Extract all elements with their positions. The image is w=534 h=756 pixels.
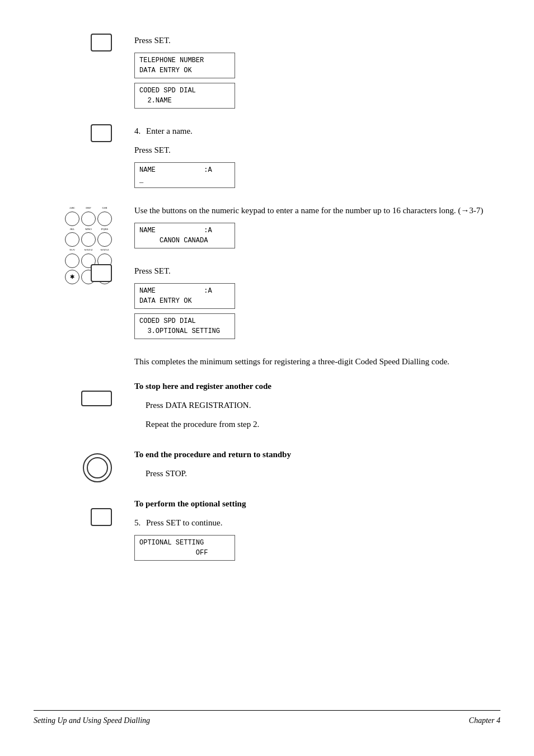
page: Press SET. TELEPHONE NUMBERDATA ENTRY OK… [0, 0, 534, 756]
instruction-enter-name: Enter a name. [146, 126, 193, 135]
content-keypad-hint: Use the buttons on the numeric keypad to… [134, 204, 483, 253]
instruction-repeat: Repeat the procedure from step 2. [146, 417, 271, 431]
content-stop-here: To stop here and register another code P… [134, 379, 271, 436]
key-label-wxyz: WXYZ [81, 248, 96, 252]
key-label-def: DEF [81, 206, 96, 210]
keypad-label-row-2: JKL MNO PQRS [65, 228, 112, 231]
bold-end-procedure: To end the procedure and return to stand… [134, 448, 291, 461]
instruction-data-reg: Press DATA REGISTRATION. [146, 398, 271, 412]
lcd-name-data-entry: NAME :ADATA ENTRY OK [134, 283, 235, 309]
end-procedure-bold-label: To end the procedure and return to stand… [134, 450, 291, 459]
data-reg-button-icon [81, 391, 112, 406]
icon-col-3 [45, 264, 112, 282]
section-optional-setting: To perform the optional setting 5. Press… [134, 497, 500, 565]
section-completes: This completes the minimum settings for … [134, 355, 500, 368]
keypad-label-row-1: ABC DEF GHI [65, 206, 112, 210]
section-press-set-2: Press SET. NAME :ADATA ENTRY OK CODED SP… [134, 264, 500, 344]
key-4 [97, 212, 112, 226]
icon-col-1 [45, 34, 112, 51]
row-press-set-1: Press SET. TELEPHONE NUMBERDATA ENTRY OK… [134, 34, 500, 113]
icon-col-6 [45, 508, 112, 526]
stop-inner-ring [87, 457, 108, 478]
key-7 [97, 232, 112, 247]
content-enter-name: 4. Enter a name. Press SET. NAME :A_ [134, 124, 235, 192]
keypad-key-row-2 [65, 232, 112, 247]
row-end-procedure: To end the procedure and return to stand… [134, 448, 500, 486]
row-keypad-hint: ABC DEF GHI JKL MNO [134, 204, 500, 253]
section-keypad-hint: ABC DEF GHI JKL MNO [134, 204, 500, 253]
step-optional: 5. Press SET to continue. [134, 516, 246, 529]
step-enter-name: 4. Enter a name. [134, 124, 235, 138]
key-label-tuv: TUV [65, 248, 79, 252]
row-stop-here: To stop here and register another code P… [134, 379, 500, 436]
key-3 [81, 212, 96, 226]
keypad-label-row-3: TUV WXYZ WXYZ [65, 248, 112, 252]
step-number-4: 4. [134, 126, 140, 135]
set-button-icon-1 [91, 34, 112, 51]
stop-button-icon [83, 453, 112, 482]
keypad-key-row-1 [65, 212, 112, 226]
bold-stop-here: To stop here and register another code [134, 379, 271, 393]
page-footer: Setting Up and Using Speed Dialling Chap… [34, 710, 500, 725]
key-label-ghi: GHI [97, 206, 112, 210]
set-button-icon-2 [91, 124, 112, 142]
instruction-completes: This completes the minimum settings for … [134, 355, 500, 368]
lcd-optional-setting: OPTIONAL SETTING OFF [134, 535, 235, 561]
content-optional-setting: To perform the optional setting 5. Press… [134, 497, 246, 565]
row-optional-setting: To perform the optional setting 5. Press… [134, 497, 500, 565]
set-button-icon-4 [91, 508, 112, 526]
section-press-set-1: Press SET. TELEPHONE NUMBERDATA ENTRY OK… [134, 34, 500, 113]
section-enter-name: 4. Enter a name. Press SET. NAME :A_ [134, 124, 500, 192]
key-label-abc: ABC [65, 206, 79, 210]
icon-col-5 [45, 453, 112, 482]
content-end-procedure: To end the procedure and return to stand… [134, 448, 291, 486]
instruction-press-set-2: Press SET. [134, 264, 235, 278]
row-press-set-2: Press SET. NAME :ADATA ENTRY OK CODED SP… [134, 264, 500, 344]
content-press-set-1: Press SET. TELEPHONE NUMBERDATA ENTRY OK… [134, 34, 235, 113]
key-6 [81, 232, 96, 247]
key-label-mno: MNO [81, 228, 96, 231]
step-number-5: 5. [134, 518, 140, 527]
section-end-procedure: To end the procedure and return to stand… [134, 448, 500, 486]
section-stop-here: To stop here and register another code P… [134, 379, 500, 436]
optional-bold-label: To perform the optional setting [134, 499, 246, 508]
set-button-icon-3 [91, 264, 112, 282]
key-5 [65, 232, 79, 247]
press-set-after-name: Press SET. [134, 143, 235, 157]
key-label-pqrs: PQRS [97, 228, 112, 231]
key-2 [65, 212, 79, 226]
bold-optional: To perform the optional setting [134, 497, 246, 510]
lcd-display-telephone: TELEPHONE NUMBERDATA ENTRY OK [134, 53, 235, 78]
footer-left-text: Setting Up and Using Speed Dialling [34, 716, 150, 725]
row-enter-name: 4. Enter a name. Press SET. NAME :A_ [134, 124, 500, 192]
lcd-name-empty: NAME :A_ [134, 162, 235, 188]
icon-col-2 [45, 124, 112, 142]
instruction-optional: Press SET to continue. [146, 518, 222, 527]
key-label-wxyz2: WXYZ [97, 248, 112, 252]
content-press-set-2: Press SET. NAME :ADATA ENTRY OK CODED SP… [134, 264, 235, 344]
stop-here-bold-label: To stop here and register another code [134, 382, 271, 391]
instruction-press-set-1: Press SET. [134, 34, 235, 47]
instruction-keypad: Use the buttons on the numeric keypad to… [134, 204, 483, 217]
key-label-jkl: JKL [65, 228, 79, 231]
instruction-press-stop: Press STOP. [146, 467, 291, 480]
icon-col-4 [45, 391, 112, 406]
lcd-name-canon: NAME :A CANON CANADA [134, 223, 235, 248]
content-area: Press SET. TELEPHONE NUMBERDATA ENTRY OK… [134, 34, 500, 565]
footer-right-text: Chapter 4 [469, 716, 500, 725]
lcd-display-coded-spd-1: CODED SPD DIAL 2.NAME [134, 83, 235, 109]
lcd-coded-spd-2: CODED SPD DIAL 3.OPTIONAL SETTING [134, 313, 235, 339]
